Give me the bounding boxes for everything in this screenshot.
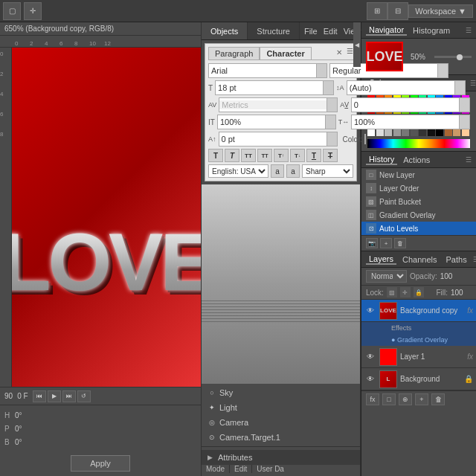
scene-item-camera-target[interactable]: ⊙ Camera.Target.1: [202, 430, 360, 445]
lock-all-icon[interactable]: 🔒: [414, 287, 424, 298]
char-panel-tabs: Paragraph Character ✕ ☰: [208, 47, 353, 60]
attr-tab-edit[interactable]: Edit: [230, 465, 252, 473]
vertical-scale-input[interactable]: [218, 118, 325, 126]
horizontal-scale-arrow[interactable]: ▼: [459, 115, 469, 129]
tab-paragraph[interactable]: Paragraph: [208, 47, 260, 60]
layer-fx-bg-copy: fx: [467, 306, 473, 315]
smallcaps-button[interactable]: TT: [257, 149, 272, 162]
attr-tab-mode[interactable]: Mode: [202, 465, 230, 473]
play-button[interactable]: ▶: [48, 390, 61, 402]
history-paint-bucket[interactable]: ▨ Paint Bucket: [361, 195, 476, 208]
font-style-arrow[interactable]: ▼: [437, 64, 448, 77]
play-prev-button[interactable]: ⏮: [33, 390, 46, 402]
tab-actions[interactable]: Actions: [400, 155, 433, 164]
layer-visibility-bg[interactable]: 👁: [364, 373, 376, 385]
history-new-btn[interactable]: +: [380, 238, 392, 248]
allcaps-button[interactable]: TT: [241, 149, 256, 162]
superscript-button[interactable]: T↑: [274, 149, 289, 162]
blend-mode-select[interactable]: Normal Multiply Screen Overlay: [366, 270, 407, 283]
add-mask-button[interactable]: □: [382, 393, 396, 405]
lock-position-icon[interactable]: ✛: [400, 287, 411, 298]
baseline-input[interactable]: [219, 135, 327, 144]
horizontal-scale-group: ▼: [351, 115, 470, 129]
new-fill-layer-button[interactable]: ⊕: [399, 393, 412, 405]
kerning-arrow[interactable]: ▼: [327, 98, 337, 112]
bold-button[interactable]: T: [208, 149, 223, 162]
tab-histogram[interactable]: Histogram: [410, 26, 453, 35]
delete-layer-button[interactable]: 🗑: [431, 393, 445, 405]
layer-visibility-1[interactable]: 👁: [364, 351, 376, 363]
kerning-input[interactable]: [219, 100, 327, 109]
language-row: English: USA a a Sharp Crisp Strong Smoo…: [208, 164, 353, 178]
aa-label-2: a: [286, 164, 300, 178]
add-style-button[interactable]: fx: [366, 393, 379, 405]
panel-collapse-btn[interactable]: ◀: [353, 22, 361, 67]
history-delete-btn[interactable]: 🗑: [394, 238, 406, 248]
toolbar-icon-1[interactable]: ⊞: [367, 2, 387, 20]
tab-paths[interactable]: Paths: [443, 255, 470, 264]
history-snapshot-btn[interactable]: 📷: [366, 238, 378, 248]
tracking-arrow[interactable]: ▼: [459, 98, 469, 112]
play-next-button[interactable]: ⏭: [62, 390, 76, 402]
strikethrough-button[interactable]: T: [323, 149, 338, 162]
history-auto-levels[interactable]: ⊡ Auto Levels: [361, 222, 476, 235]
menu-file[interactable]: File: [304, 27, 318, 36]
leading-input[interactable]: [347, 83, 454, 92]
layer-background[interactable]: 👁 L Background 🔒: [361, 368, 476, 390]
gradient-overlay-effect[interactable]: ● Gradient Overlay: [391, 334, 476, 346]
layers-menu-icon[interactable]: ☰: [473, 256, 476, 263]
layer-1[interactable]: 👁 Layer 1 fx: [361, 346, 476, 368]
attr-tab-userdata[interactable]: User Da: [252, 465, 289, 473]
history-menu-icon[interactable]: ☰: [466, 156, 472, 164]
font-family-arrow[interactable]: ▼: [316, 64, 327, 77]
opacity-value: 100: [440, 272, 461, 280]
history-gradient-overlay[interactable]: ◫ Gradient Overlay: [361, 208, 476, 222]
leading-arrow[interactable]: ▼: [454, 81, 465, 94]
horizontal-scale-input[interactable]: [352, 118, 459, 126]
attributes-expand-icon[interactable]: ▶: [208, 454, 213, 461]
font-size-arrow[interactable]: ▼: [323, 81, 333, 94]
layer-visibility-bg-copy[interactable]: 👁: [364, 305, 376, 317]
tab-character[interactable]: Character: [260, 47, 311, 60]
tab-channels[interactable]: Channels: [399, 255, 440, 264]
char-panel-close[interactable]: ✕: [333, 47, 345, 60]
tab-navigator[interactable]: Navigator: [366, 25, 407, 36]
subscript-button[interactable]: T↓: [290, 149, 305, 162]
char-panel-menu[interactable]: ☰: [347, 47, 353, 60]
scene-item-sky[interactable]: ○ Sky: [202, 385, 360, 400]
scene-item-light[interactable]: ✦ Light: [202, 400, 360, 415]
toolbar-icon-2[interactable]: ⊟: [387, 2, 408, 20]
zoom-slider[interactable]: [434, 56, 472, 58]
italic-button[interactable]: T: [225, 149, 239, 162]
history-new-layer[interactable]: □ New Layer: [361, 168, 476, 181]
menu-edit[interactable]: Edit: [324, 27, 338, 36]
p-label: P: [4, 425, 12, 433]
apply-button[interactable]: Apply: [71, 455, 130, 472]
font-family-input[interactable]: [209, 66, 316, 75]
navigator-menu-icon[interactable]: ☰: [466, 27, 472, 34]
scene-item-camera[interactable]: ◎ Camera: [202, 415, 360, 430]
tab-objects[interactable]: Objects: [202, 22, 248, 39]
color-spectrum[interactable]: [367, 139, 470, 148]
vertical-scale-arrow[interactable]: ▼: [325, 115, 335, 129]
text-color-swatch[interactable]: [364, 134, 366, 144]
move-tool-icon[interactable]: ✛: [24, 2, 42, 20]
font-size-input[interactable]: [216, 83, 323, 92]
antialiasing-select[interactable]: Sharp Crisp Strong Smooth: [302, 164, 353, 178]
tab-history[interactable]: History: [366, 155, 397, 165]
loop-button[interactable]: ↺: [77, 390, 91, 402]
layer-fx-1: fx: [467, 353, 473, 361]
workspace-button[interactable]: Workspace ▼: [408, 4, 473, 18]
underline-button[interactable]: T: [306, 149, 321, 162]
lock-pixels-icon[interactable]: ▨: [387, 287, 397, 298]
tab-structure[interactable]: Structure: [248, 22, 300, 39]
new-layer-button[interactable]: +: [415, 393, 428, 405]
layer-background-copy[interactable]: 👁 LOVE Background copy fx: [361, 300, 476, 322]
baseline-arrow[interactable]: ▼: [327, 132, 337, 146]
color-menu-icon[interactable]: ☰: [470, 80, 476, 87]
tracking-input[interactable]: [352, 100, 459, 109]
history-layer-order[interactable]: ↕ Layer Order: [361, 181, 476, 195]
language-select[interactable]: English: USA: [208, 164, 268, 178]
tab-layers[interactable]: Layers: [366, 254, 396, 265]
selection-tool-icon[interactable]: ▢: [3, 2, 21, 20]
